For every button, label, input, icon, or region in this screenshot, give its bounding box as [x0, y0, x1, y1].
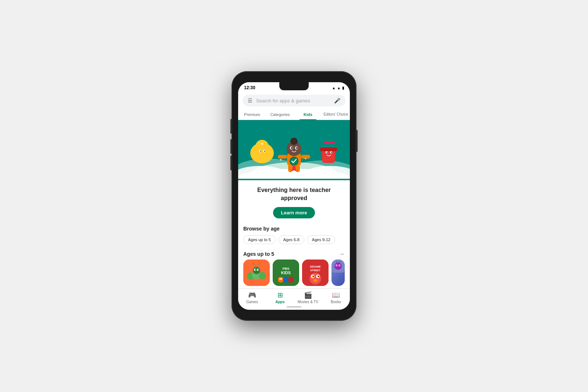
svg-point-74: [339, 265, 340, 266]
hero-banner: ★: [238, 120, 350, 180]
nav-movies-label: Movies & TV: [298, 300, 319, 304]
svg-rect-34: [293, 165, 295, 168]
nav-games[interactable]: 🎮 Games: [238, 291, 266, 304]
app-thumb-pbs[interactable]: PBS KIDS: [273, 259, 299, 286]
svg-point-73: [336, 265, 337, 266]
svg-point-26: [291, 147, 293, 149]
nav-books[interactable]: 📖 Books: [322, 291, 350, 304]
tab-editors-choice[interactable]: Editors' Choice: [322, 109, 350, 120]
status-icons: ▲ ▲ ▮: [332, 86, 344, 90]
svg-point-68: [313, 279, 318, 282]
svg-point-53: [278, 277, 284, 283]
svg-text:✦: ✦: [304, 157, 307, 160]
wifi-icon: ▲: [332, 86, 336, 90]
svg-point-27: [296, 147, 298, 149]
nav-apps-label: Apps: [276, 300, 285, 304]
age-row-header: Ages up to 5 →: [238, 247, 350, 259]
phone-screen: 12:30 ▲ ▲ ▮ ☰ Search for apps & games 🎤 …: [238, 82, 350, 310]
svg-text:SESAME: SESAME: [310, 265, 321, 268]
svg-text:KIDS: KIDS: [281, 271, 291, 275]
svg-point-47: [252, 263, 254, 264]
svg-point-41: [253, 267, 260, 274]
teacher-approved-section: Everything here is teacher approved Lear…: [238, 180, 350, 221]
age-row-arrow[interactable]: →: [339, 251, 345, 257]
app-thumb-caterpillar[interactable]: [243, 259, 270, 286]
phone-notch: [279, 82, 309, 90]
hero-illustration: ★: [238, 120, 350, 179]
svg-text:✦: ✦: [279, 158, 282, 162]
svg-point-12: [260, 151, 261, 152]
svg-point-16: [328, 141, 331, 144]
nav-movies[interactable]: 🎬 Movies & TV: [294, 291, 322, 304]
books-icon: 📖: [332, 291, 340, 299]
nav-games-label: Games: [246, 300, 258, 304]
svg-point-54: [283, 277, 289, 283]
status-time: 12:30: [244, 85, 255, 90]
movies-icon: 🎬: [304, 291, 312, 299]
svg-text:PBS: PBS: [283, 267, 290, 271]
search-bar[interactable]: ☰ Search for apps & games 🎤: [243, 95, 345, 106]
svg-point-13: [264, 151, 265, 152]
signal-icon: ▲: [337, 86, 341, 90]
app-thumb-sesame[interactable]: SESAME STREET: [302, 259, 329, 286]
nav-books-label: Books: [331, 300, 341, 304]
svg-text:STREET: STREET: [310, 269, 320, 272]
apps-icon: ⊞: [277, 291, 283, 299]
age-chip-9-12[interactable]: Ages 9-12: [307, 235, 335, 244]
nav-tabs: Premium Categories Kids Editors' Choice: [238, 109, 350, 120]
tab-kids[interactable]: Kids: [294, 109, 322, 120]
app-thumb-partial[interactable]: [331, 259, 345, 286]
svg-point-61: [309, 273, 321, 284]
bottom-nav: 🎮 Games ⊞ Apps 🎬 Movies & TV 📖 Books: [238, 288, 350, 305]
svg-point-44: [255, 269, 256, 270]
svg-point-55: [288, 277, 294, 283]
svg-point-67: [318, 276, 319, 277]
age-row-title: Ages up to 5: [243, 251, 274, 257]
svg-point-70: [334, 262, 342, 270]
svg-point-57: [281, 278, 282, 280]
svg-point-66: [313, 276, 314, 277]
tab-premium[interactable]: Premium: [238, 109, 266, 120]
svg-text:★: ★: [261, 142, 264, 146]
age-chip-6-8[interactable]: Ages 6-8: [279, 235, 304, 244]
learn-more-button[interactable]: Learn more: [273, 207, 315, 218]
search-input[interactable]: Search for apps & games: [256, 98, 330, 104]
svg-point-56: [279, 278, 281, 280]
svg-point-45: [258, 269, 259, 270]
svg-point-40: [259, 272, 266, 279]
svg-point-20: [331, 152, 332, 153]
search-bar-container: ☰ Search for apps & games 🎤: [238, 92, 350, 109]
phone-device: 12:30 ▲ ▲ ▮ ☰ Search for apps & games 🎤 …: [232, 71, 356, 321]
hero-title: Everything here is teacher approved: [247, 186, 341, 203]
games-icon: 🎮: [248, 291, 256, 299]
app-thumbnails-row: PBS KIDS SESAME STREET: [238, 259, 350, 288]
browse-section-title: Browse by age: [243, 226, 345, 232]
menu-icon[interactable]: ☰: [248, 98, 252, 104]
age-chip-5[interactable]: Ages up to 5: [243, 235, 276, 244]
home-indicator: [287, 306, 301, 308]
browse-by-age-section: Browse by age Ages up to 5 Ages 6-8 Ages…: [238, 221, 350, 247]
battery-icon: ▮: [342, 86, 344, 90]
tab-categories[interactable]: Categories: [266, 109, 294, 120]
svg-rect-15: [320, 148, 337, 151]
mic-icon[interactable]: 🎤: [334, 98, 340, 104]
svg-point-23: [290, 138, 298, 145]
svg-point-49: [259, 263, 261, 264]
nav-apps[interactable]: ⊞ Apps: [266, 291, 294, 304]
age-chips-container: Ages up to 5 Ages 6-8 Ages 9-12: [243, 235, 345, 244]
svg-point-19: [327, 152, 328, 153]
main-content: ★: [238, 120, 350, 288]
